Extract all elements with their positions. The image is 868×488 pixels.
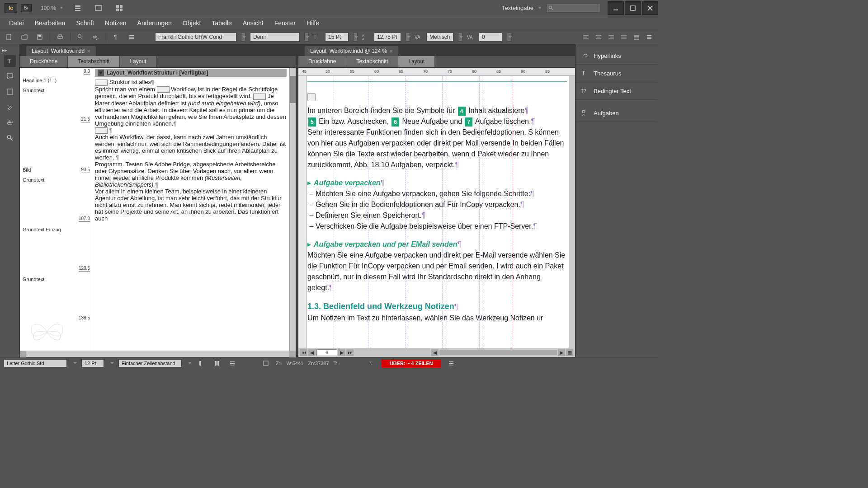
tracking-arrow[interactable] bbox=[507, 33, 511, 42]
screen-mode-icon[interactable] bbox=[92, 3, 105, 14]
toolbox-expand-icon[interactable]: ▸▸ bbox=[2, 47, 6, 52]
leading-select[interactable]: 12,75 Pt bbox=[374, 33, 401, 42]
hidden-chars-icon[interactable]: ¶ bbox=[111, 33, 122, 42]
scrollbar-vertical[interactable] bbox=[289, 68, 296, 351]
sb-menu2-icon[interactable] bbox=[446, 359, 457, 368]
menu-bearbeiten[interactable]: Bearbeiten bbox=[29, 17, 71, 29]
sb-spacing-select[interactable]: Einfacher Zeilenabstand bbox=[118, 359, 182, 367]
sb-col2-icon[interactable] bbox=[212, 359, 222, 368]
panel-menu-icon[interactable] bbox=[126, 33, 137, 42]
menu-ansicht[interactable]: Ansicht bbox=[237, 17, 269, 29]
sb-menu-icon[interactable] bbox=[227, 359, 238, 368]
menu-schrift[interactable]: Schrift bbox=[71, 17, 99, 29]
zoom-tool[interactable] bbox=[4, 132, 16, 144]
story-editor[interactable]: ▾Layout_Workflow:Struktur i [Verfügbar] … bbox=[92, 68, 289, 351]
assignments-icon bbox=[581, 109, 589, 117]
menu-tabelle[interactable]: Tabelle bbox=[206, 17, 237, 29]
panel-conditional-text[interactable]: T?Bedingter Text bbox=[576, 82, 657, 100]
new-icon[interactable] bbox=[4, 33, 14, 42]
page-number-field[interactable]: 6 bbox=[316, 349, 337, 356]
view-tab-layout-r[interactable]: Layout bbox=[398, 56, 435, 67]
svg-rect-63 bbox=[264, 361, 268, 366]
doc-tab-right[interactable]: Layout_Workflow.indd @ 124 %× bbox=[305, 46, 398, 56]
panel-hyperlinks[interactable]: Hyperlinks bbox=[576, 47, 657, 65]
zoom-control[interactable]: 100 % bbox=[41, 5, 63, 11]
svg-text:ab: ab bbox=[93, 35, 97, 39]
position-tool[interactable] bbox=[4, 86, 16, 98]
menu-fenster[interactable]: Fenster bbox=[269, 17, 301, 29]
close-icon[interactable]: × bbox=[390, 48, 392, 54]
last-page-icon[interactable]: ⏭ bbox=[346, 349, 354, 356]
kerning-select[interactable]: Metrisch bbox=[426, 33, 453, 42]
align-justify-all-icon[interactable] bbox=[631, 33, 642, 42]
print-icon[interactable] bbox=[55, 33, 66, 42]
menu-hilfe[interactable]: Hilfe bbox=[301, 17, 325, 29]
menu-notizen[interactable]: Notizen bbox=[99, 17, 132, 29]
control-menu-icon[interactable] bbox=[644, 33, 655, 42]
view-tab-layout[interactable]: Layout bbox=[120, 56, 156, 67]
panel-aufgaben[interactable]: Aufgaben bbox=[576, 104, 657, 122]
view-options-icon[interactable] bbox=[71, 3, 84, 14]
menu-objekt[interactable]: Objekt bbox=[177, 17, 206, 29]
menu-datei[interactable]: Datei bbox=[4, 17, 29, 29]
font-style-arrow[interactable] bbox=[304, 33, 309, 42]
close-icon[interactable]: × bbox=[87, 48, 90, 54]
font-style-select[interactable]: Demi bbox=[250, 33, 300, 42]
view-tab-druckfahne[interactable]: Druckfahne bbox=[20, 56, 68, 67]
eyedropper-tool[interactable] bbox=[4, 101, 16, 113]
workspace-switcher[interactable]: Texteingabe bbox=[502, 5, 542, 11]
next-page-icon[interactable]: ▶ bbox=[338, 349, 345, 356]
find-icon[interactable] bbox=[75, 33, 86, 42]
disclosure-icon[interactable]: ▾ bbox=[98, 70, 104, 76]
sb-info-icon[interactable] bbox=[260, 359, 271, 368]
type-tool[interactable]: T bbox=[4, 55, 16, 67]
bridge-badge[interactable]: Br bbox=[21, 4, 32, 12]
scrollbar-vertical[interactable] bbox=[569, 76, 575, 348]
scroll-right-icon[interactable]: ▶ bbox=[558, 349, 565, 356]
save-icon[interactable] bbox=[34, 33, 45, 42]
page-canvas[interactable]: Im unteren Bereich finden Sie die Symbol… bbox=[307, 76, 569, 348]
size-arrow[interactable] bbox=[353, 33, 358, 42]
view-tab-druckfahne-r[interactable]: Druckfahne bbox=[298, 56, 346, 67]
font-family-arrow[interactable] bbox=[241, 33, 245, 42]
align-left-icon[interactable] bbox=[580, 33, 591, 42]
prev-page-icon[interactable]: ◀ bbox=[308, 349, 316, 356]
align-center-icon[interactable] bbox=[593, 33, 604, 42]
align-right-icon[interactable] bbox=[606, 33, 617, 42]
scroll-thumb[interactable] bbox=[290, 76, 296, 103]
tracking-select[interactable]: 0 bbox=[479, 33, 502, 42]
arrange-icon[interactable] bbox=[113, 3, 126, 14]
first-page-icon[interactable]: ⏮ bbox=[300, 349, 307, 356]
sb-size-select[interactable]: 12 Pt bbox=[81, 359, 104, 367]
view-tab-textabschnitt[interactable]: Textabschnitt bbox=[68, 56, 120, 67]
scroll-left-icon[interactable]: ◀ bbox=[431, 349, 439, 356]
scrollbar-horizontal[interactable] bbox=[20, 351, 296, 357]
view-tab-textabschnitt-r[interactable]: Textabschnitt bbox=[346, 56, 398, 67]
scroll-right-icon[interactable] bbox=[289, 351, 296, 357]
search-field[interactable] bbox=[546, 4, 600, 13]
maximize-button[interactable] bbox=[625, 1, 641, 15]
menu-aenderungen[interactable]: Änderungen bbox=[132, 17, 177, 29]
note-tool[interactable] bbox=[4, 70, 16, 82]
copyfit-badge: ÜBER: ~ 4 ZEILEN bbox=[382, 359, 441, 367]
story-header[interactable]: ▾Layout_Workflow:Struktur i [Verfügbar] bbox=[95, 69, 287, 77]
leading-icon: AA bbox=[362, 33, 369, 41]
leading-arrow[interactable] bbox=[406, 33, 410, 42]
minimize-button[interactable] bbox=[608, 1, 624, 15]
panel-thesaurus[interactable]: TThesaurus bbox=[576, 65, 657, 82]
font-family-select[interactable]: FranklinGothic URW Cond bbox=[155, 33, 236, 42]
spellcheck-icon[interactable]: ab bbox=[90, 33, 101, 42]
split-view-icon[interactable]: ▦ bbox=[566, 349, 573, 356]
align-justify-icon[interactable] bbox=[618, 33, 629, 42]
doc-tab-left[interactable]: Layout_Workflow.indd× bbox=[26, 46, 96, 56]
kerning-arrow[interactable] bbox=[458, 33, 462, 42]
body-text[interactable]: Im unteren Bereich finden Sie die Symbol… bbox=[307, 105, 567, 170]
sb-font-select[interactable]: Letter Gothic Std bbox=[4, 359, 67, 367]
close-button[interactable] bbox=[642, 1, 658, 15]
font-size-select[interactable]: 15 Pt bbox=[325, 33, 349, 42]
sb-col1-icon[interactable] bbox=[196, 359, 207, 368]
open-icon[interactable] bbox=[19, 33, 30, 42]
sb-copyfit-icon[interactable]: ⇱ bbox=[366, 359, 377, 368]
hand-tool[interactable] bbox=[4, 117, 16, 128]
scroll-left-icon[interactable] bbox=[20, 351, 26, 357]
